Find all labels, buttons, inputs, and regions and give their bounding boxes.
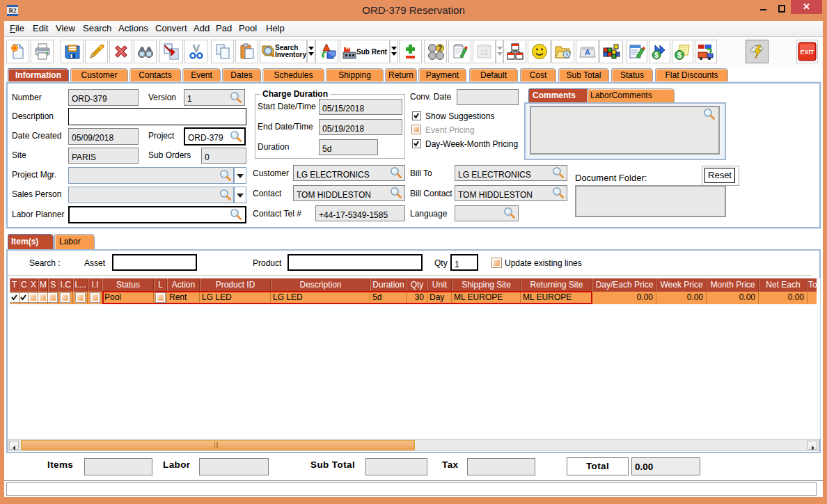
svg-text:12: 12	[480, 49, 489, 56]
svg-text:$: $	[677, 51, 682, 59]
svg-text:EXIT: EXIT	[801, 49, 815, 56]
svg-text:$: $	[654, 52, 659, 59]
svg-text:A: A	[585, 48, 590, 56]
svg-text:?: ?	[438, 45, 442, 52]
